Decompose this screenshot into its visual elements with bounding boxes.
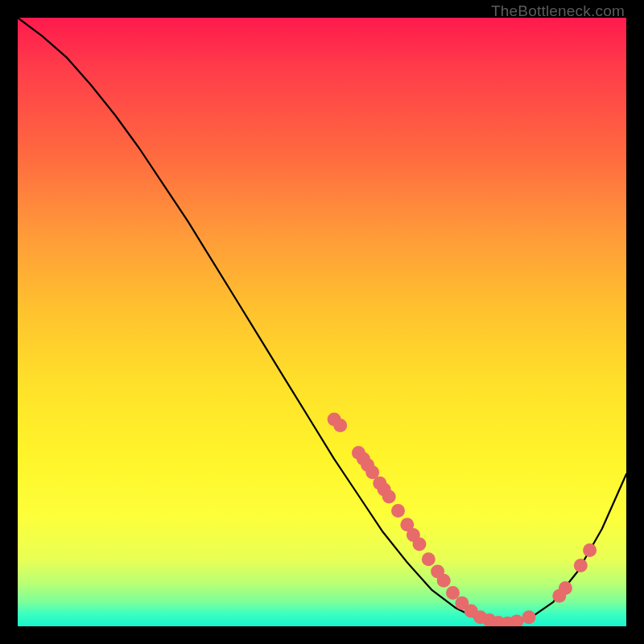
marker-dot xyxy=(382,490,396,504)
marker-dot xyxy=(559,581,572,595)
marker-dot xyxy=(413,537,427,551)
watermark-text: TheBottleneck.com xyxy=(491,2,625,20)
curve-path xyxy=(18,18,626,625)
chart-markers xyxy=(328,413,597,627)
marker-dot xyxy=(583,543,597,557)
marker-dot xyxy=(333,419,347,432)
marker-dot xyxy=(522,610,536,624)
marker-dot xyxy=(391,504,405,518)
marker-dot xyxy=(574,559,588,572)
marker-dot xyxy=(446,586,460,600)
chart-svg xyxy=(18,18,626,626)
marker-dot xyxy=(422,552,436,566)
chart-frame xyxy=(18,18,626,626)
marker-dot xyxy=(510,615,523,627)
marker-dot xyxy=(437,574,451,588)
chart-curve xyxy=(18,18,626,625)
